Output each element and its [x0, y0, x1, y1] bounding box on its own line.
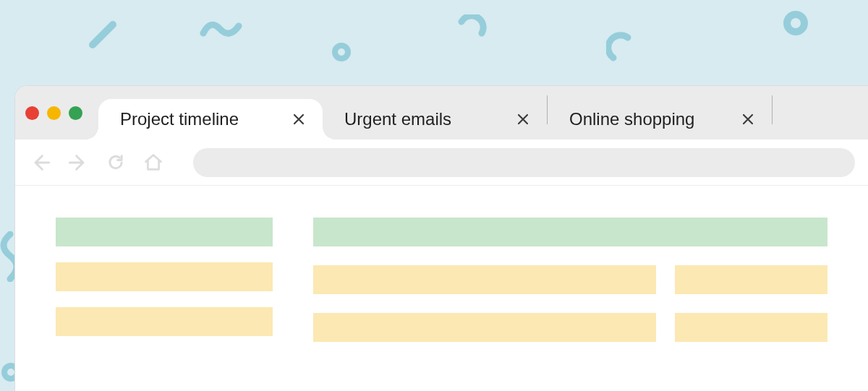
decoration-ring-icon	[330, 40, 353, 64]
tab-strip: Project timeline Urgent emails Online sh…	[15, 86, 868, 139]
decoration-squiggle-icon	[200, 16, 243, 42]
back-button[interactable]	[28, 150, 53, 175]
close-window-button[interactable]	[25, 106, 39, 120]
reload-button[interactable]	[103, 150, 128, 175]
close-tab-button[interactable]	[291, 111, 307, 127]
svg-line-0	[93, 25, 113, 45]
decoration-arc-icon	[606, 32, 638, 64]
tab-online-shopping[interactable]: Online shopping	[548, 99, 772, 139]
tab-label: Project timeline	[120, 109, 239, 129]
tab-urgent-emails[interactable]: Urgent emails	[323, 99, 547, 139]
tab-label: Urgent emails	[344, 109, 451, 129]
close-tab-button[interactable]	[515, 111, 531, 127]
content-block	[313, 218, 827, 246]
svg-point-2	[787, 14, 804, 32]
tabs: Project timeline Urgent emails Online sh…	[98, 86, 868, 139]
content-block	[675, 265, 827, 294]
address-bar[interactable]	[193, 148, 855, 177]
forward-button[interactable]	[66, 150, 90, 175]
tab-project-timeline[interactable]: Project timeline	[98, 99, 323, 139]
tab-label: Online shopping	[569, 109, 694, 129]
content-column-left	[56, 218, 273, 342]
content-block	[56, 218, 273, 246]
content-block	[675, 313, 827, 342]
content-block	[56, 262, 273, 291]
minimize-window-button[interactable]	[47, 106, 61, 120]
tab-separator	[772, 95, 773, 124]
toolbar	[15, 139, 868, 186]
content-block	[56, 307, 273, 336]
decoration-ring-icon	[781, 9, 810, 38]
page-content	[15, 186, 868, 342]
content-block	[313, 265, 656, 294]
content-block	[313, 313, 656, 342]
decoration-line-icon	[88, 20, 117, 49]
home-button[interactable]	[141, 150, 166, 175]
decoration-arc-icon	[456, 14, 488, 46]
svg-point-1	[335, 46, 348, 59]
browser-window: Project timeline Urgent emails Online sh…	[14, 85, 868, 391]
maximize-window-button[interactable]	[69, 106, 82, 120]
close-tab-button[interactable]	[740, 111, 756, 127]
